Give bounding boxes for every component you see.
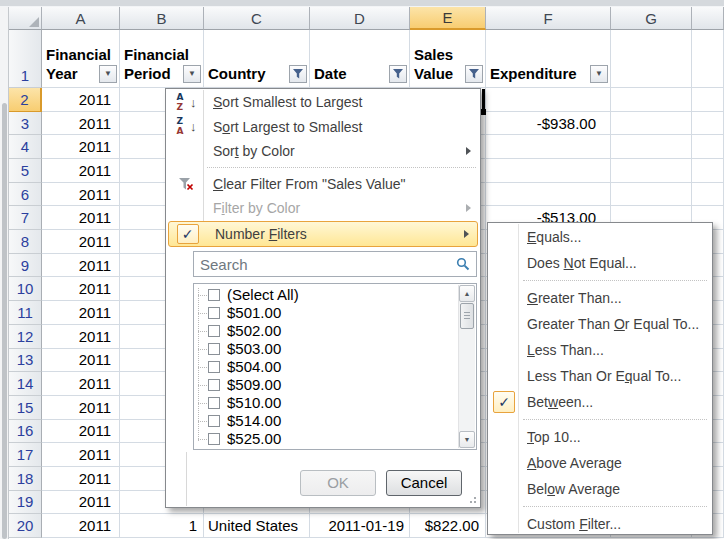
cell-g[interactable] [611, 159, 692, 183]
row-header-2[interactable]: 2 [9, 88, 42, 112]
cell-h[interactable] [692, 183, 724, 207]
menu-item-number-filters[interactable]: ✓ Number Filters [168, 221, 478, 247]
row-header-4[interactable]: 4 [9, 135, 42, 159]
cell-expenditure[interactable] [486, 135, 611, 159]
submenu-item-greater-than-or-equal-to[interactable]: Greater Than Or Equal To... [489, 311, 711, 337]
column-header-d[interactable]: D [310, 7, 410, 30]
cancel-button[interactable]: Cancel [386, 470, 462, 496]
filter-value-item-502-00[interactable]: $502.00 [194, 322, 458, 340]
cell-financial-year[interactable]: 2011 [42, 135, 120, 159]
cell-financial-year[interactable]: 2011 [42, 254, 120, 278]
cell-financial-year[interactable]: 2011 [42, 159, 120, 183]
ok-button[interactable]: OK [300, 470, 376, 496]
cell-financial-year[interactable]: 2011 [42, 206, 120, 230]
row-header-20[interactable]: 20 [9, 514, 42, 538]
submenu-item-above-average[interactable]: Above Average [489, 450, 711, 476]
checkbox[interactable] [208, 325, 220, 337]
row-header-10[interactable]: 10 [9, 277, 42, 301]
row-header-5[interactable]: 5 [9, 159, 42, 183]
checkbox[interactable] [208, 343, 220, 355]
cell-financial-year[interactable]: 2011 [42, 372, 120, 396]
cell-expenditure[interactable] [486, 183, 611, 207]
filter-button-date[interactable] [389, 65, 407, 83]
filter-value-item-514-00[interactable]: $514.00 [194, 412, 458, 430]
checkbox[interactable] [208, 415, 220, 427]
checkbox[interactable] [208, 433, 220, 445]
row-header-9[interactable]: 9 [9, 254, 42, 278]
cell-b1-financial-period[interactable]: Financial Period ▼ [120, 30, 204, 88]
cell-financial-year[interactable]: 2011 [42, 420, 120, 444]
cell-financial-year[interactable]: 2011 [42, 349, 120, 373]
row-header-18[interactable]: 18 [9, 467, 42, 491]
cell-financial-year[interactable]: 2011 [42, 325, 120, 349]
filter-button-expenditure[interactable]: ▼ [590, 65, 608, 83]
filter-value-item-partial[interactable] [194, 448, 458, 449]
cell-h[interactable] [692, 112, 724, 136]
submenu-item-below-average[interactable]: Below Average [489, 476, 711, 502]
cell-financial-year[interactable]: 2011 [42, 88, 120, 112]
row-header-7[interactable]: 7 [9, 206, 42, 230]
checkbox[interactable] [208, 361, 220, 373]
cell-expenditure[interactable] [486, 88, 611, 112]
checkbox[interactable] [208, 379, 220, 391]
row-header-3[interactable]: 3 [9, 112, 42, 136]
menu-item-sort-smallest-to-largest[interactable]: AZ↓ Sort Smallest to Largest [167, 90, 479, 115]
scrollbar-track[interactable]: ▲ ▼ [458, 285, 475, 448]
column-header-f[interactable]: F [486, 7, 611, 30]
cell-financial-year[interactable]: 2011 [42, 301, 120, 325]
column-header-c[interactable]: C [204, 7, 310, 30]
column-header-g[interactable]: G [611, 7, 692, 30]
cell-g[interactable] [611, 183, 692, 207]
cell-h1[interactable] [692, 30, 724, 88]
cell-d1-date[interactable]: Date [310, 30, 410, 88]
row-header-6[interactable]: 6 [9, 183, 42, 207]
scrollbar-down-button[interactable]: ▼ [459, 431, 475, 448]
cell-g1[interactable] [611, 30, 692, 88]
cell-h[interactable] [692, 135, 724, 159]
submenu-item-less-than-or-equal-to[interactable]: Less Than Or Equal To... [489, 363, 711, 389]
select-all-corner[interactable] [9, 7, 42, 30]
filter-value-item-501-00[interactable]: $501.00 [194, 304, 458, 322]
row-header-19[interactable]: 19 [9, 491, 42, 515]
cell-financial-year[interactable]: 2011 [42, 112, 120, 136]
cell-g[interactable] [611, 112, 692, 136]
submenu-item-between[interactable]: ✓ Between... [489, 389, 711, 415]
filter-button-financial-year[interactable]: ▼ [99, 65, 117, 83]
cell-f1-expenditure[interactable]: Expenditure ▼ [486, 30, 611, 88]
filter-value-item-509-00[interactable]: $509.00 [194, 376, 458, 394]
cell-c1-country[interactable]: Country [204, 30, 310, 88]
cell-e1-sales-value[interactable]: Sales Value [410, 30, 486, 88]
cell-financial-year[interactable]: 2011 [42, 514, 120, 538]
filter-value-item-525-00[interactable]: $525.00 [194, 430, 458, 448]
checkbox[interactable] [208, 397, 220, 409]
cell-date[interactable]: 2011-01-19 [310, 514, 410, 538]
row-header-1[interactable]: 1 [9, 30, 42, 88]
cell-financial-period[interactable]: 1 [120, 514, 204, 538]
filter-value-item-select-all[interactable]: (Select All) [194, 286, 458, 304]
row-header-16[interactable]: 16 [9, 420, 42, 444]
checkbox[interactable] [208, 307, 220, 319]
menu-item-sort-by-color[interactable]: Sort by Color [167, 139, 479, 164]
filter-button-country[interactable] [289, 65, 307, 83]
cell-h[interactable] [692, 88, 724, 112]
row-header-15[interactable]: 15 [9, 396, 42, 420]
cell-financial-year[interactable]: 2011 [42, 396, 120, 420]
checkbox[interactable] [208, 289, 220, 301]
cell-expenditure[interactable]: -$938.00 [486, 112, 611, 136]
submenu-item-top-10[interactable]: Top 10... [489, 424, 711, 450]
resize-grip[interactable] [467, 494, 477, 504]
search-input[interactable] [194, 252, 476, 276]
submenu-item-custom-filter[interactable]: Custom Filter... [489, 511, 711, 537]
cell-financial-year[interactable]: 2011 [42, 230, 120, 254]
cell-g[interactable] [611, 88, 692, 112]
cell-financial-year[interactable]: 2011 [42, 277, 120, 301]
column-header-e-selected[interactable]: E [410, 7, 486, 30]
menu-item-clear-filter-from-sales-value[interactable]: Clear Filter From "Sales Value" [167, 172, 479, 197]
cell-country[interactable]: United States [204, 514, 310, 538]
row-header-8[interactable]: 8 [9, 230, 42, 254]
cell-g[interactable] [611, 135, 692, 159]
filter-value-item-504-00[interactable]: $504.00 [194, 358, 458, 376]
column-header-h-partial[interactable] [692, 7, 724, 30]
cell-financial-year[interactable]: 2011 [42, 491, 120, 515]
filter-button-sales-value[interactable] [465, 65, 483, 83]
